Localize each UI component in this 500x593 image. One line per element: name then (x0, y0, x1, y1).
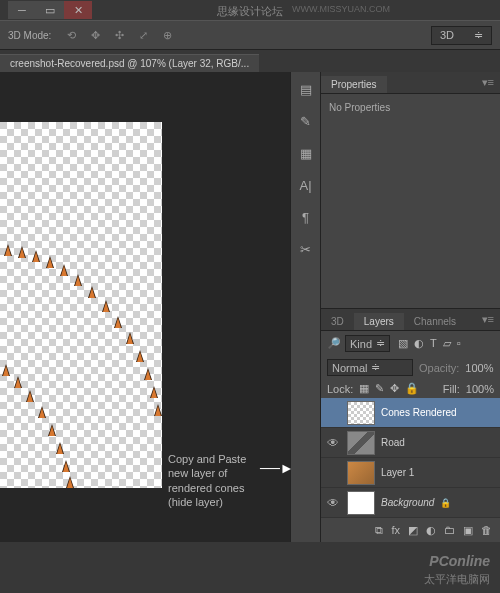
tab-layers[interactable]: Layers (354, 313, 404, 330)
cone (60, 262, 68, 276)
panel-stack: Properties ▾≡ No Properties 3D Layers Ch… (321, 72, 500, 542)
lock-icon: 🔒 (440, 498, 451, 508)
cone (62, 458, 70, 472)
cone (126, 330, 134, 344)
layer-thumbnail[interactable] (347, 431, 375, 455)
history-icon[interactable]: ▤ (295, 78, 317, 100)
tool-preset-icon[interactable]: ✂ (295, 238, 317, 260)
tab-3d[interactable]: 3D (321, 313, 354, 330)
layer-name[interactable]: Background (381, 497, 434, 508)
layer-row[interactable]: 👁 Road (321, 428, 500, 458)
filter-kind-dropdown[interactable]: Kind ≑ (345, 335, 390, 352)
cone (150, 384, 158, 398)
fill-label: Fill: (443, 383, 460, 395)
cone (136, 348, 144, 362)
opacity-value[interactable]: 100% (465, 362, 493, 374)
cone (26, 388, 34, 402)
arrow-icon: ──► (260, 460, 294, 476)
rotate-icon[interactable]: ⊕ (159, 27, 175, 43)
layer-name[interactable]: Road (381, 437, 405, 448)
lock-transparent-icon[interactable]: ▦ (359, 382, 369, 395)
filter-pixel-icon[interactable]: ▧ (398, 337, 408, 350)
annotation-text: Copy and Paste new layer of rendered con… (168, 452, 246, 509)
layer-row[interactable]: 👁 Background 🔒 (321, 488, 500, 518)
character-icon[interactable]: A| (295, 174, 317, 196)
dropdown-value: 3D (440, 29, 454, 41)
filter-shape-icon[interactable]: ▱ (443, 337, 451, 350)
cone (32, 248, 40, 262)
tab-properties[interactable]: Properties (321, 76, 387, 93)
layer-style-icon[interactable]: fx (391, 524, 400, 536)
layer-thumbnail[interactable] (347, 461, 375, 485)
cone (4, 242, 12, 256)
swatches-icon[interactable]: ▦ (295, 142, 317, 164)
cone (18, 244, 26, 258)
chevron-down-icon: ≑ (371, 361, 380, 374)
panel-menu-icon[interactable]: ▾≡ (476, 72, 500, 93)
3d-mode-icons: ⟲ ✥ ✣ ⤢ ⊕ (63, 27, 175, 43)
cone (2, 362, 10, 376)
lock-position-icon[interactable]: ✥ (390, 382, 399, 395)
layer-name[interactable]: Cones Rendered (381, 407, 457, 418)
options-bar: 3D Mode: ⟲ ✥ ✣ ⤢ ⊕ 3D ≑ (0, 20, 500, 50)
brush-icon[interactable]: ✎ (295, 110, 317, 132)
cone (88, 284, 96, 298)
document-tab-bar: creenshot-Recovered.psd @ 107% (Layer 32… (0, 50, 500, 72)
visibility-toggle[interactable]: 👁 (325, 496, 341, 510)
mode-label: 3D Mode: (8, 30, 51, 41)
properties-body: No Properties (321, 94, 500, 308)
canvas[interactable] (0, 122, 162, 488)
window-controls: ─ ▭ ✕ (8, 1, 92, 19)
layer-row[interactable]: Cones Rendered (321, 398, 500, 428)
paragraph-icon[interactable]: ¶ (295, 206, 317, 228)
new-layer-icon[interactable]: ▣ (463, 524, 473, 537)
cone (56, 440, 64, 454)
filter-search-icon[interactable]: 🔎 (327, 337, 341, 350)
visibility-toggle[interactable]: 👁 (325, 436, 341, 450)
collapsed-panel-dock: ▤ ✎ ▦ A| ¶ ✂ (291, 72, 321, 542)
watermark-sub: 太平洋电脑网 (424, 572, 490, 587)
layer-name[interactable]: Layer 1 (381, 467, 414, 478)
close-button[interactable]: ✕ (64, 1, 92, 19)
link-layers-icon[interactable]: ⧉ (375, 524, 383, 537)
layer-thumbnail[interactable] (347, 401, 375, 425)
cone (102, 298, 110, 312)
document-tab[interactable]: creenshot-Recovered.psd @ 107% (Layer 32… (0, 54, 259, 72)
filter-adjust-icon[interactable]: ◐ (414, 337, 424, 350)
pan-icon[interactable]: ✥ (87, 27, 103, 43)
layer-row[interactable]: Layer 1 (321, 458, 500, 488)
blend-mode-dropdown[interactable]: Normal ≑ (327, 359, 413, 376)
scale-icon[interactable]: ⤢ (135, 27, 151, 43)
layers-panel: 3D Layers Channels ▾≡ 🔎 Kind ≑ ▧ ◐ T (321, 308, 500, 542)
tab-channels[interactable]: Channels (404, 313, 466, 330)
cone (46, 254, 54, 268)
orbit-icon[interactable]: ⟲ (63, 27, 79, 43)
minimize-button[interactable]: ─ (8, 1, 36, 19)
adjustment-layer-icon[interactable]: ◐ (426, 524, 436, 537)
lock-pixel-icon[interactable]: ✎ (375, 382, 384, 395)
blend-row: Normal ≑ Opacity: 100% (321, 356, 500, 379)
main-area: Copy and Paste new layer of rendered con… (0, 72, 500, 542)
filter-smart-icon[interactable]: ▫ (457, 337, 461, 350)
filter-type-icon[interactable]: T (430, 337, 437, 350)
group-icon[interactable]: 🗀 (444, 524, 455, 536)
lock-all-icon[interactable]: 🔒 (405, 382, 419, 395)
watermark-brand: PConline (429, 553, 490, 569)
fill-value[interactable]: 100% (466, 383, 494, 395)
layer-thumbnail[interactable] (347, 491, 375, 515)
workspace-dropdown[interactable]: 3D ≑ (431, 26, 492, 45)
layer-list: Cones Rendered 👁 Road Layer 1 👁 (321, 398, 500, 518)
chevron-down-icon: ≑ (376, 337, 385, 350)
layers-tabs: 3D Layers Channels ▾≡ (321, 309, 500, 331)
cone (48, 422, 56, 436)
maximize-button[interactable]: ▭ (36, 1, 64, 19)
lock-label: Lock: (327, 383, 353, 395)
move-icon[interactable]: ✣ (111, 27, 127, 43)
canvas-area: Copy and Paste new layer of rendered con… (0, 72, 290, 542)
layer-mask-icon[interactable]: ◩ (408, 524, 418, 537)
watermark-top-center: 思缘设计论坛 (217, 4, 283, 19)
properties-tabs: Properties ▾≡ (321, 72, 500, 94)
delete-layer-icon[interactable]: 🗑 (481, 524, 492, 536)
panel-menu-icon[interactable]: ▾≡ (476, 309, 500, 330)
cone (154, 402, 162, 416)
